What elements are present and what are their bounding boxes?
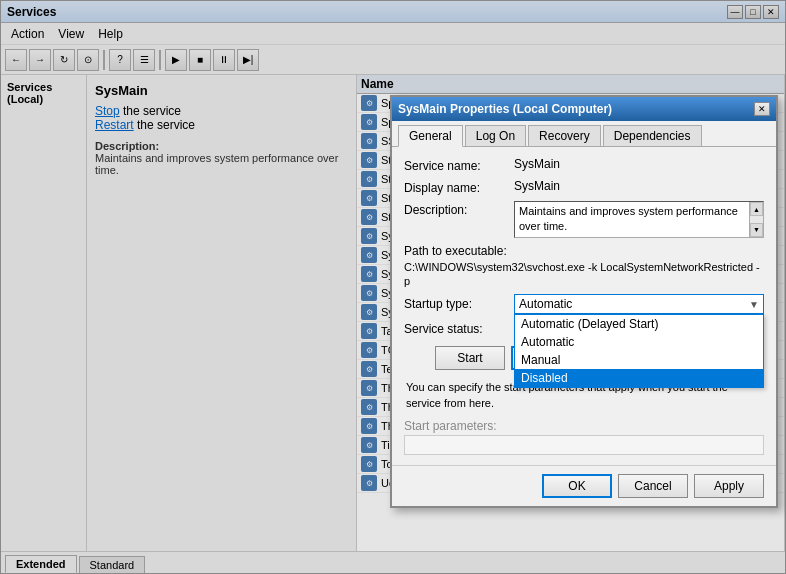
description-field-text: Maintains and improves system performanc… [515,202,749,237]
option-auto-delayed[interactable]: Automatic (Delayed Start) [515,315,763,333]
apply-button[interactable]: Apply [694,474,764,498]
option-disabled[interactable]: Disabled [515,369,763,387]
service-name-value: SysMain [514,157,764,171]
scroll-track [750,216,763,223]
service-name-label: Service name: [404,157,514,173]
properties-dialog: SysMain Properties (Local Computer) ✕ Ge… [390,95,778,508]
description-row: Description: Maintains and improves syst… [404,201,764,238]
display-name-value: SysMain [514,179,764,193]
option-manual[interactable]: Manual [515,351,763,369]
service-name-row: Service name: SysMain [404,157,764,173]
dropdown-arrow-icon: ▼ [749,299,759,310]
modal-overlay: SysMain Properties (Local Computer) ✕ Ge… [0,0,786,574]
dialog-tab-dependencies[interactable]: Dependencies [603,125,702,146]
option-automatic[interactable]: Automatic [515,333,763,351]
dialog-tabs: General Log On Recovery Dependencies [392,121,776,147]
startup-type-dropdown[interactable]: Automatic ▼ Automatic (Delayed Start) Au… [514,294,764,314]
ok-button[interactable]: OK [542,474,612,498]
path-label: Path to executable: [404,244,764,258]
dialog-tab-general[interactable]: General [398,125,463,147]
path-value: C:\WINDOWS\system32\svchost.exe -k Local… [404,260,764,289]
path-section: Path to executable: C:\WINDOWS\system32\… [404,244,764,289]
display-name-label: Display name: [404,179,514,195]
description-scrollbar: ▲ ▼ [749,202,763,237]
startup-type-value: Automatic [519,297,572,311]
dialog-title: SysMain Properties (Local Computer) [398,102,612,116]
description-field-wrapper: Maintains and improves system performanc… [514,201,764,238]
startup-type-row: Startup type: Automatic ▼ Automatic (Del… [404,294,764,314]
service-status-label: Service status: [404,322,514,336]
scroll-down-arrow[interactable]: ▼ [750,223,763,237]
dialog-content: Service name: SysMain Display name: SysM… [392,147,776,465]
startup-dropdown-menu: Automatic (Delayed Start) Automatic Manu… [514,314,764,388]
dialog-close-button[interactable]: ✕ [754,102,770,116]
start-button[interactable]: Start [435,346,505,370]
startup-type-box[interactable]: Automatic ▼ [514,294,764,314]
description-label: Description: [404,201,514,217]
params-input[interactable] [404,435,764,455]
cancel-button[interactable]: Cancel [618,474,688,498]
dialog-title-bar: SysMain Properties (Local Computer) ✕ [392,97,776,121]
display-name-row: Display name: SysMain [404,179,764,195]
dialog-tab-recovery[interactable]: Recovery [528,125,601,146]
scroll-up-arrow[interactable]: ▲ [750,202,763,216]
params-label: Start parameters: [404,419,764,433]
dialog-tab-logon[interactable]: Log On [465,125,526,146]
startup-type-label: Startup type: [404,297,514,311]
dialog-footer: OK Cancel Apply [392,465,776,506]
